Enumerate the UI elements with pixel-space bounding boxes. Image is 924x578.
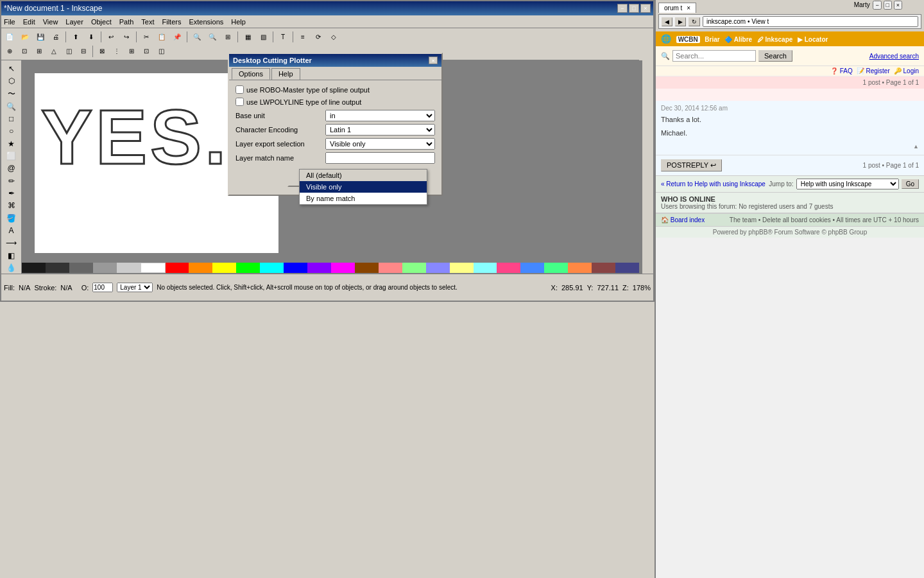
login-link[interactable]: 🔑 Login (894, 67, 919, 74)
rect-tool[interactable]: □ (3, 113, 20, 125)
color-orange[interactable] (189, 263, 212, 273)
color-lightgreen[interactable] (402, 263, 426, 273)
menu-filters[interactable]: Filters (162, 18, 182, 26)
maximize-button[interactable]: □ (629, 4, 639, 13)
color-red[interactable] (166, 263, 189, 273)
return-link[interactable]: « Return to Help with using Inkscape (661, 180, 766, 188)
snap4-button[interactable]: △ (47, 44, 61, 58)
tab-help[interactable]: Help (271, 68, 300, 80)
snap8-button[interactable]: ⋮ (110, 44, 124, 58)
snap1-button[interactable]: ⊕ (3, 44, 17, 58)
advanced-search-link[interactable]: Advanced search (869, 53, 919, 60)
close-button[interactable]: × (640, 4, 651, 13)
color-hotpink[interactable] (497, 263, 520, 273)
layer-match-input[interactable] (325, 152, 435, 164)
menu-help[interactable]: Help (231, 18, 246, 26)
spiral-tool[interactable]: @ (3, 162, 20, 174)
tab-options[interactable]: Options (232, 68, 270, 80)
color-pink[interactable] (379, 263, 402, 273)
connector-tool[interactable]: ⟶ (3, 237, 20, 249)
menu-edit[interactable]: Edit (23, 18, 35, 26)
min-button[interactable]: − (873, 1, 881, 10)
gradient-tool[interactable]: ◧ (3, 249, 20, 261)
lwpoly-checkbox[interactable] (235, 98, 244, 106)
color-purple[interactable] (307, 263, 331, 273)
color-salmon[interactable] (568, 263, 592, 273)
faq-link[interactable]: ❓ FAQ (830, 67, 853, 74)
dropdown-item-visible[interactable]: Visible only (300, 181, 427, 193)
bucket-tool[interactable]: 🪣 (3, 212, 20, 223)
snap6-button[interactable]: ⊟ (76, 44, 90, 58)
vertical-scrollbar[interactable] (642, 60, 653, 274)
snap5-button[interactable]: ◫ (62, 44, 76, 58)
minimize-button[interactable]: − (617, 4, 628, 13)
color-gray[interactable] (69, 263, 93, 273)
menu-object[interactable]: Object (91, 18, 112, 26)
ellipse-tool[interactable]: ○ (3, 125, 20, 137)
color-brown[interactable] (355, 263, 379, 273)
calligraphy-tool[interactable]: ⌘ (3, 200, 20, 211)
dropdown-item-all[interactable]: All (default) (300, 170, 427, 181)
color-magenta[interactable] (331, 263, 355, 273)
color-mint[interactable] (544, 263, 568, 273)
color-lightcyan[interactable] (474, 263, 497, 273)
menu-text[interactable]: Text (141, 18, 154, 26)
register-link[interactable]: 📝 Register (857, 67, 890, 74)
menu-path[interactable]: Path (119, 18, 134, 26)
star-tool[interactable]: ★ (3, 138, 20, 150)
nav-back-button[interactable]: ◀ (662, 17, 672, 26)
eyedropper-tool[interactable]: 💧 (3, 262, 20, 274)
zoom-tool[interactable]: 🔍 (3, 101, 20, 112)
dcp-close-button[interactable]: × (429, 57, 438, 64)
go-button[interactable]: Go (902, 179, 919, 189)
menu-extensions[interactable]: Extensions (189, 18, 223, 26)
color-lightyellow[interactable] (450, 263, 474, 273)
tweak-tool[interactable]: 〜 (3, 88, 20, 100)
snap10-button[interactable]: ⊡ (139, 44, 153, 58)
jump-select[interactable]: Help with using Inkscape (796, 179, 899, 189)
3d-tool[interactable]: ⬜ (3, 150, 20, 162)
color-white[interactable] (141, 263, 166, 273)
snap7-button[interactable]: ⊠ (95, 44, 109, 58)
dropdown-item-byname[interactable]: By name match (300, 193, 427, 204)
char-encoding-select[interactable]: Latin 1 (325, 124, 435, 136)
browser-close-button[interactable]: × (894, 1, 902, 10)
node-tool[interactable]: ⬡ (3, 75, 20, 87)
color-cyan[interactable] (260, 263, 284, 273)
color-green[interactable] (236, 263, 260, 273)
snap9-button[interactable]: ⊞ (124, 44, 139, 58)
address-bar[interactable] (703, 16, 918, 27)
menu-view[interactable]: View (43, 18, 58, 26)
snap2-button[interactable]: ⊡ (17, 44, 31, 58)
search-input[interactable] (672, 50, 756, 62)
text-tool[interactable]: A (3, 225, 20, 236)
nav-forward-button[interactable]: ▶ (675, 17, 686, 26)
browser-tab-active[interactable]: orum t × (658, 3, 696, 13)
color-brick[interactable] (592, 263, 615, 273)
color-navy[interactable] (615, 263, 639, 273)
color-medgray[interactable] (93, 263, 117, 273)
nav-refresh-button[interactable]: ↻ (689, 17, 700, 26)
menu-file[interactable]: File (4, 18, 15, 26)
color-blue[interactable] (284, 263, 307, 273)
pen-tool[interactable]: ✒ (3, 188, 20, 199)
opacity-input[interactable] (92, 283, 113, 292)
board-index-link[interactable]: 🏠 Board index (661, 216, 705, 223)
color-cornflower[interactable] (520, 263, 544, 273)
robo-checkbox[interactable] (235, 85, 244, 94)
search-button[interactable]: Search (758, 50, 792, 62)
layer-select[interactable]: Layer 1 (117, 283, 153, 292)
menu-layer[interactable]: Layer (65, 18, 83, 26)
tab-close-icon[interactable]: × (687, 4, 690, 12)
pencil-tool[interactable]: ✏ (3, 175, 20, 187)
color-black[interactable] (22, 263, 46, 273)
max-button[interactable]: □ (884, 1, 892, 10)
color-lightgray[interactable] (117, 263, 141, 273)
layer-export-select[interactable]: Visible only (325, 138, 435, 150)
snap3-button[interactable]: ⊞ (32, 44, 46, 58)
color-yellow[interactable] (212, 263, 236, 273)
snap11-button[interactable]: ◫ (154, 44, 168, 58)
postreply-button[interactable]: POSTREPLY ↩ (661, 159, 722, 171)
color-darkgray[interactable] (46, 263, 69, 273)
base-unit-select[interactable]: in (325, 110, 435, 121)
